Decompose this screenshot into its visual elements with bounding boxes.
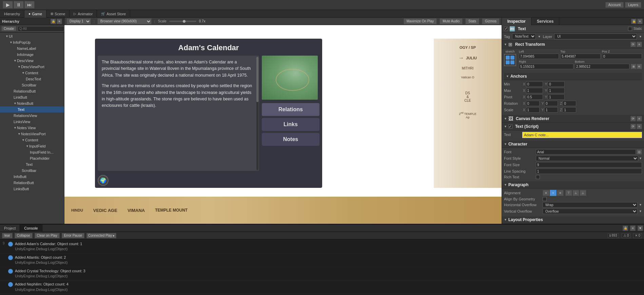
rotation-z-input[interactable]: [563, 101, 576, 106]
anchors-pivot-y-input[interactable]: [548, 94, 565, 100]
tree-item-placeholder[interactable]: Placeholder: [0, 155, 64, 161]
account-button[interactable]: Account: [605, 2, 624, 8]
static-checkbox[interactable]: [628, 27, 632, 31]
font-size-input[interactable]: [536, 162, 642, 168]
anchors-max-x-input[interactable]: [526, 88, 543, 93]
tree-item-relationsbutt[interactable]: RelationsButt: [0, 88, 64, 94]
align-bottom-btn[interactable]: ⊥: [580, 190, 586, 196]
anchors-max-y-input[interactable]: [548, 88, 565, 93]
component-header-text[interactable]: ✓ 🔤 Text Static: [502, 25, 644, 33]
tree-item-desctext[interactable]: DescText: [0, 76, 64, 82]
tab-scene[interactable]: ⊞ Scene: [46, 10, 70, 18]
align-middle-btn[interactable]: ⊥: [572, 190, 579, 196]
console-item-0[interactable]: 9 Added Adam's Calendar: Object count: 1…: [0, 240, 644, 254]
notes-button[interactable]: Notes: [262, 133, 319, 146]
clear-on-play-button[interactable]: Clear on Play: [35, 233, 60, 238]
tab-asset-store[interactable]: 🛒 Asset Store: [97, 10, 130, 18]
align-right-btn[interactable]: ≡: [557, 190, 564, 196]
tree-item-inputfield-in[interactable]: InputField In...: [0, 149, 64, 155]
font-style-select[interactable]: Normal Bold Italic: [536, 156, 638, 161]
rotation-x-input[interactable]: [526, 101, 540, 106]
anchors-header[interactable]: ▼ Anchors: [504, 73, 642, 80]
create-button[interactable]: Create: [1, 26, 16, 31]
rect-transform-header[interactable]: ▼ ⊞ Rect Transform ⟳ ≡: [502, 41, 644, 48]
top-field-input[interactable]: [560, 54, 600, 59]
scale-x-input[interactable]: [526, 107, 540, 113]
tree-item-descview[interactable]: ▼ DescView: [0, 58, 64, 64]
line-spacing-input[interactable]: [536, 169, 642, 174]
console-item-1[interactable]: Added Atlantis: Object count: 2UnityEngi…: [0, 254, 644, 267]
stats-btn[interactable]: Stats: [465, 18, 479, 24]
inspector-menu-btn[interactable]: ≡: [637, 19, 643, 24]
v-overflow-select[interactable]: Overflow Truncate: [543, 209, 638, 214]
tab-game[interactable]: ● Game: [24, 10, 46, 18]
rotation-y-input[interactable]: [544, 101, 558, 106]
canvas-renderer-header[interactable]: ▼ 🖼 Canvas Renderer ⟳ ≡: [502, 115, 644, 123]
tree-item-notesbutt[interactable]: ▼ NotesButt: [0, 100, 64, 106]
character-header[interactable]: ▼ Character: [502, 141, 644, 148]
hierarchy-lock-btn[interactable]: 🔒: [51, 19, 56, 24]
connected-play-button[interactable]: Connected Play ▸: [86, 233, 116, 238]
tree-item-inputfield[interactable]: ▼ InputField: [0, 143, 64, 149]
browser-view-select[interactable]: Browser view (960x600): [97, 18, 152, 24]
tree-item-content2[interactable]: ▼ Content: [0, 137, 64, 143]
play-button[interactable]: ▶: [3, 1, 13, 8]
bottom-panel-menu-btn[interactable]: ≡: [630, 225, 636, 231]
scale-z-input[interactable]: [563, 107, 576, 113]
hierarchy-search[interactable]: [18, 26, 64, 32]
error-pause-button[interactable]: Error Pause: [62, 233, 84, 238]
services-tab[interactable]: Services: [531, 18, 559, 25]
text-field-input[interactable]: [522, 132, 642, 138]
tree-item-content1[interactable]: ▼ Content: [0, 70, 64, 76]
align-center-btn[interactable]: ≡: [550, 190, 557, 196]
links-button[interactable]: Links: [262, 118, 319, 131]
gizmos-game-btn[interactable]: Gizmos: [482, 18, 500, 24]
bottom-panel-expand-btn[interactable]: ▼: [638, 225, 643, 231]
layer-select[interactable]: UI: [554, 34, 637, 39]
text-script-header[interactable]: ▼ ✓ Text (Script) ⟳ ≡: [502, 123, 644, 131]
maximize-on-play-btn[interactable]: Maximize On Play: [404, 18, 437, 24]
hierarchy-menu-btn[interactable]: ≡: [57, 19, 62, 24]
scale-y-input[interactable]: [544, 107, 558, 113]
tag-select[interactable]: NoteText: [512, 34, 536, 39]
font-select-icon[interactable]: ◎: [637, 149, 642, 155]
pause-button[interactable]: ⏸: [14, 1, 24, 8]
relations-button[interactable]: Relations: [262, 103, 319, 116]
inspector-lock-btn[interactable]: 🔒: [631, 19, 637, 24]
left-field-input[interactable]: [519, 54, 559, 59]
tree-item-ui[interactable]: ▼ UI: [0, 33, 64, 39]
paragraph-header[interactable]: ▼ Paragraph: [502, 181, 644, 189]
tab-console[interactable]: Console: [20, 224, 42, 232]
tab-project[interactable]: Project: [0, 224, 20, 232]
tree-item-text2[interactable]: Text: [0, 161, 64, 168]
font-input[interactable]: [536, 149, 636, 155]
step-button[interactable]: ⏭: [24, 1, 35, 8]
transform-grid-icon[interactable]: ⊞: [631, 64, 636, 69]
tree-item-descviewport[interactable]: ▼ DescViewPort: [0, 64, 64, 70]
rect-transform-icon-1[interactable]: ⟳: [630, 42, 636, 47]
collapse-button[interactable]: Collapse: [15, 233, 33, 238]
tree-item-linksbutt[interactable]: LinksButt: [0, 186, 64, 192]
display-select[interactable]: Display 1: [66, 18, 91, 24]
rich-text-checkbox[interactable]: [536, 175, 540, 179]
text-script-enabled[interactable]: ✓: [508, 124, 512, 129]
text-script-icon-1[interactable]: ⟳: [630, 124, 636, 129]
canvas-renderer-icon-2[interactable]: ≡: [637, 116, 642, 121]
popup-scrollbar[interactable]: [256, 56, 258, 170]
posz-field-input[interactable]: [602, 54, 642, 59]
bottom-panel-lock-btn[interactable]: 🔒: [623, 225, 628, 231]
rect-transform-icon-2[interactable]: ≡: [637, 42, 642, 47]
tree-item-notesview[interactable]: ▼ Notes View: [0, 125, 64, 131]
tree-item-relationsview[interactable]: RelationsView: [0, 113, 64, 119]
tree-item-notesviewport[interactable]: ▼ NotesViewPort: [0, 131, 64, 137]
tree-item-scrollbar2[interactable]: Scrollbar: [0, 168, 64, 174]
align-by-geo-checkbox[interactable]: [543, 197, 547, 201]
align-top-btn[interactable]: ⊤: [565, 190, 572, 196]
stretch-icon[interactable]: [504, 54, 516, 66]
tree-item-infobutt[interactable]: InfoButt: [0, 174, 64, 180]
layers-button[interactable]: Layers: [625, 2, 641, 8]
console-item-3[interactable]: Added Nephilim: Object count: 4UnityEngi…: [0, 280, 644, 294]
tab-animator[interactable]: ▷ Animator: [70, 10, 97, 18]
bottom-field-input[interactable]: [575, 64, 629, 69]
h-overflow-select[interactable]: Wrap Overflow: [543, 202, 638, 208]
